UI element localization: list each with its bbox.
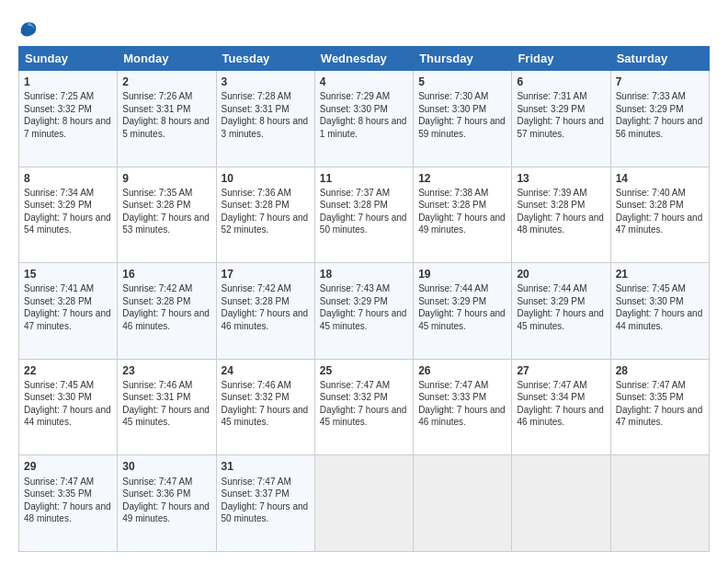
sunset: Sunset: 3:28 PM [24,296,92,306]
sunrise: Sunrise: 7:41 AM [24,283,94,293]
calendar-cell [414,455,512,552]
week-row-0: 1Sunrise: 7:25 AMSunset: 3:32 PMDaylight… [19,71,710,167]
weekday-sunday: Sunday [19,47,118,71]
calendar-cell [512,455,610,552]
daylight: Daylight: 7 hours and 45 minutes. [222,405,309,428]
sunset: Sunset: 3:30 PM [616,296,684,306]
daylight: Daylight: 7 hours and 44 minutes. [24,405,111,428]
day-number: 10 [222,171,310,186]
day-number: 15 [24,267,112,282]
day-number: 9 [122,171,210,186]
sunset: Sunset: 3:30 PM [320,104,388,114]
weekday-monday: Monday [118,47,216,71]
day-number: 17 [222,267,310,282]
daylight: Daylight: 7 hours and 48 minutes. [24,501,111,524]
sunset: Sunset: 3:28 PM [222,296,290,306]
day-number: 21 [616,267,704,282]
day-number: 24 [222,363,310,378]
daylight: Daylight: 7 hours and 45 minutes. [122,405,210,428]
daylight: Daylight: 7 hours and 49 minutes. [418,213,506,236]
sunrise: Sunrise: 7:42 AM [122,283,192,293]
sunset: Sunset: 3:28 PM [122,296,190,306]
day-number: 6 [517,75,605,89]
day-number: 18 [320,267,408,282]
sunrise: Sunrise: 7:47 AM [517,380,586,390]
day-number: 2 [122,75,210,89]
calendar-cell: 24Sunrise: 7:46 AMSunset: 3:32 PMDayligh… [216,359,314,455]
sunset: Sunset: 3:29 PM [517,296,585,306]
sunset: Sunset: 3:31 PM [222,104,290,114]
weekday-thursday: Thursday [414,47,512,71]
calendar-cell: 13Sunrise: 7:39 AMSunset: 3:28 PMDayligh… [512,167,610,263]
sunrise: Sunrise: 7:47 AM [616,380,686,390]
daylight: Daylight: 7 hours and 47 minutes. [24,308,111,331]
sunset: Sunset: 3:34 PM [517,392,585,402]
calendar-cell: 21Sunrise: 7:45 AMSunset: 3:30 PMDayligh… [610,263,709,360]
sunrise: Sunrise: 7:47 AM [222,477,291,487]
daylight: Daylight: 7 hours and 57 minutes. [517,116,604,139]
day-number: 20 [517,267,605,282]
calendar-cell: 3Sunrise: 7:28 AMSunset: 3:31 PMDaylight… [216,71,314,167]
sunrise: Sunrise: 7:31 AM [517,91,586,101]
calendar-cell: 8Sunrise: 7:34 AMSunset: 3:29 PMDaylight… [19,167,118,263]
day-number: 12 [418,171,506,186]
day-number: 29 [24,459,112,474]
sunset: Sunset: 3:35 PM [616,392,684,402]
sunrise: Sunrise: 7:47 AM [320,380,390,390]
sunrise: Sunrise: 7:38 AM [418,188,488,198]
sunset: Sunset: 3:28 PM [222,200,290,210]
sunrise: Sunrise: 7:43 AM [320,283,390,293]
day-number: 1 [24,75,112,89]
sunrise: Sunrise: 7:44 AM [517,283,586,293]
daylight: Daylight: 7 hours and 53 minutes. [122,213,210,236]
sunrise: Sunrise: 7:35 AM [122,188,192,198]
sunset: Sunset: 3:29 PM [320,296,388,306]
sunrise: Sunrise: 7:47 AM [418,380,488,390]
calendar-cell: 31Sunrise: 7:47 AMSunset: 3:37 PMDayligh… [216,455,314,552]
daylight: Daylight: 7 hours and 47 minutes. [616,405,703,428]
calendar-cell: 16Sunrise: 7:42 AMSunset: 3:28 PMDayligh… [118,263,216,360]
day-number: 19 [418,267,506,282]
week-row-3: 22Sunrise: 7:45 AMSunset: 3:30 PMDayligh… [19,359,710,455]
daylight: Daylight: 7 hours and 50 minutes. [320,213,407,236]
sunset: Sunset: 3:30 PM [418,104,486,114]
sunrise: Sunrise: 7:45 AM [616,283,686,293]
sunrise: Sunrise: 7:28 AM [222,91,291,101]
calendar-cell: 1Sunrise: 7:25 AMSunset: 3:32 PMDaylight… [19,71,118,167]
day-number: 8 [24,171,112,186]
sunrise: Sunrise: 7:40 AM [616,188,686,198]
sunrise: Sunrise: 7:33 AM [616,91,686,101]
sunrise: Sunrise: 7:46 AM [122,380,192,390]
sunrise: Sunrise: 7:46 AM [222,380,291,390]
daylight: Daylight: 7 hours and 45 minutes. [418,308,506,331]
calendar-cell: 20Sunrise: 7:44 AMSunset: 3:29 PMDayligh… [512,263,610,360]
sunset: Sunset: 3:30 PM [24,392,92,402]
daylight: Daylight: 7 hours and 46 minutes. [222,308,309,331]
week-row-4: 29Sunrise: 7:47 AMSunset: 3:35 PMDayligh… [19,455,710,552]
sunset: Sunset: 3:28 PM [122,200,190,210]
calendar-cell [314,455,413,552]
sunrise: Sunrise: 7:34 AM [24,188,94,198]
sunset: Sunset: 3:29 PM [24,200,92,210]
weekday-wednesday: Wednesday [314,47,413,71]
day-number: 23 [122,363,210,378]
sunrise: Sunrise: 7:42 AM [222,283,291,293]
calendar-cell: 17Sunrise: 7:42 AMSunset: 3:28 PMDayligh… [216,263,314,360]
calendar-cell: 10Sunrise: 7:36 AMSunset: 3:28 PMDayligh… [216,167,314,263]
sunset: Sunset: 3:29 PM [616,104,684,114]
day-number: 30 [122,459,210,474]
day-number: 14 [616,171,704,186]
calendar-cell [610,455,709,552]
daylight: Daylight: 7 hours and 45 minutes. [320,405,407,428]
daylight: Daylight: 7 hours and 45 minutes. [320,308,407,331]
sunrise: Sunrise: 7:26 AM [122,91,192,101]
page: SundayMondayTuesdayWednesdayThursdayFrid… [0,0,728,563]
logo [18,18,40,39]
header [18,15,710,39]
daylight: Daylight: 7 hours and 48 minutes. [517,213,604,236]
calendar-cell: 27Sunrise: 7:47 AMSunset: 3:34 PMDayligh… [512,359,610,455]
day-number: 4 [320,75,408,89]
daylight: Daylight: 7 hours and 54 minutes. [24,213,111,236]
calendar-cell: 14Sunrise: 7:40 AMSunset: 3:28 PMDayligh… [610,167,709,263]
weekday-friday: Friday [512,47,610,71]
